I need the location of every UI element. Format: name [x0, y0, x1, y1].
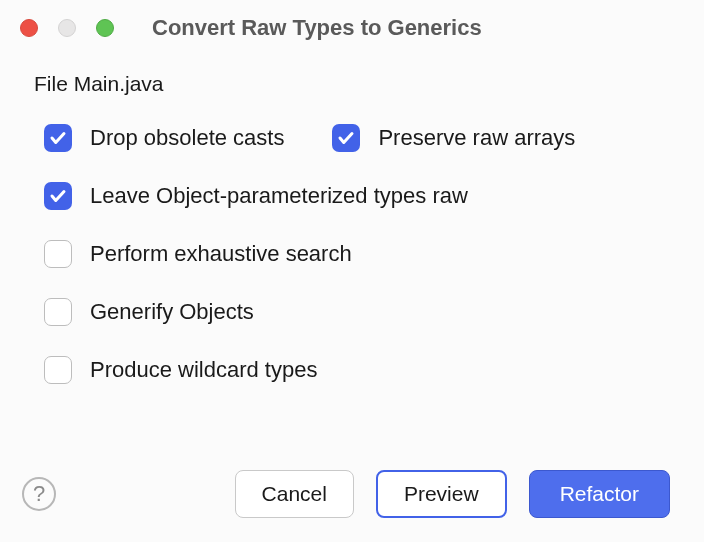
checkbox-icon [44, 182, 72, 210]
checkbox-label: Generify Objects [90, 299, 254, 325]
checkbox-produce-wildcard-types[interactable]: Produce wildcard types [44, 356, 670, 384]
cancel-button[interactable]: Cancel [235, 470, 354, 518]
checkbox-preserve-raw-arrays[interactable]: Preserve raw arrays [332, 124, 575, 152]
zoom-window-icon[interactable] [96, 19, 114, 37]
dialog-footer: ? Cancel Preview Refactor [0, 470, 704, 518]
window-title: Convert Raw Types to Generics [152, 15, 482, 41]
help-button[interactable]: ? [22, 477, 56, 511]
checkbox-label: Drop obsolete casts [90, 125, 284, 151]
checkbox-leave-object-parameterized[interactable]: Leave Object-parameterized types raw [44, 182, 670, 210]
target-file-label: File Main.java [34, 72, 670, 96]
preview-button[interactable]: Preview [376, 470, 507, 518]
options-row-1: Drop obsolete casts Preserve raw arrays [44, 124, 670, 152]
checkbox-label: Leave Object-parameterized types raw [90, 183, 468, 209]
minimize-window-icon[interactable] [58, 19, 76, 37]
checkbox-icon [44, 124, 72, 152]
checkbox-drop-obsolete-casts[interactable]: Drop obsolete casts [44, 124, 284, 152]
options-group: Drop obsolete casts Preserve raw arrays … [44, 124, 670, 384]
checkbox-perform-exhaustive-search[interactable]: Perform exhaustive search [44, 240, 670, 268]
action-buttons: Cancel Preview Refactor [235, 470, 670, 518]
checkbox-label: Produce wildcard types [90, 357, 317, 383]
refactor-button[interactable]: Refactor [529, 470, 670, 518]
titlebar: Convert Raw Types to Generics [0, 0, 704, 56]
checkbox-label: Preserve raw arrays [378, 125, 575, 151]
window-controls [20, 19, 114, 37]
checkbox-icon [44, 356, 72, 384]
checkbox-icon [44, 298, 72, 326]
checkbox-icon [44, 240, 72, 268]
checkbox-label: Perform exhaustive search [90, 241, 352, 267]
dialog-content: File Main.java Drop obsolete casts Prese… [0, 56, 704, 384]
checkbox-generify-objects[interactable]: Generify Objects [44, 298, 670, 326]
close-window-icon[interactable] [20, 19, 38, 37]
checkbox-icon [332, 124, 360, 152]
help-icon: ? [33, 481, 45, 507]
